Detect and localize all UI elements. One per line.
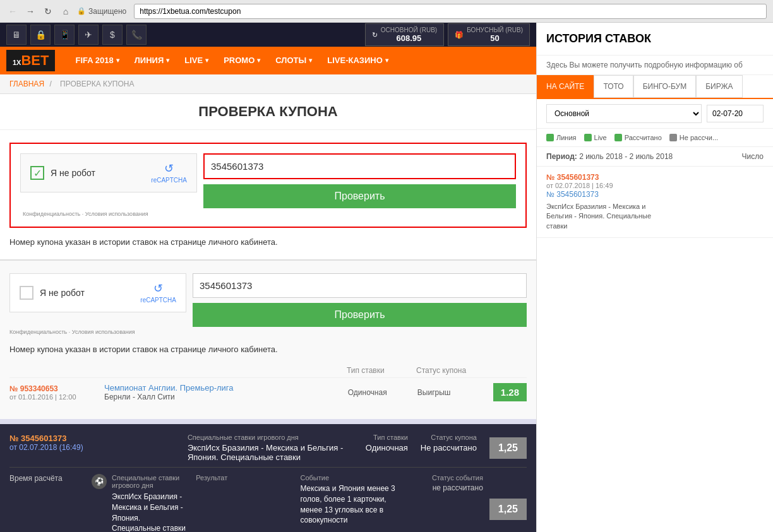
phone-icon-btn[interactable]: 📞: [126, 25, 147, 45]
balance-button[interactable]: ↻ ОСНОВНОЙ (RUB) 608.95: [365, 23, 444, 46]
bet-detail-header: № 3545601373 от 02.07.2018 (16:49) Специ…: [9, 434, 527, 468]
sidebar-bet-item[interactable]: № 3545601373 от 02.07.2018 | 16:49 № 354…: [537, 167, 773, 238]
mobile-icon-btn[interactable]: 📱: [54, 25, 75, 45]
coupon-section-bottom: Я не робот ↺ reCAPTCHA Проверить Конфиде…: [0, 261, 536, 419]
balance-label: ОСНОВНОЙ (RUB): [381, 27, 437, 33]
nav-fifa-arrow: ▾: [116, 47, 119, 74]
bet-status-col: Статус купона Не рассчитано: [421, 434, 477, 462]
lock-icon-btn[interactable]: 🔒: [30, 25, 51, 45]
bet-type: Одиночная: [366, 443, 408, 452]
tab-na-sayte[interactable]: НА САЙТЕ: [537, 75, 594, 98]
sidebar-bet-event-desc: ЭкспИсх Бразилия - Мексика иБельгия - Яп…: [546, 202, 764, 231]
bet-event-title: Специальные ставки игрового дня: [112, 474, 189, 489]
nav-live[interactable]: LIVE ▾: [177, 47, 216, 74]
bet-event-status-col: Статус события не рассчитано: [405, 474, 483, 492]
result-status: Выигрыш: [417, 388, 487, 397]
sport-icon: ⚽: [92, 474, 107, 489]
calc-label: Время расчёта: [9, 474, 85, 483]
form-row-top: ✓ Я не робот ↺ reCAPTCHA Проверить: [20, 153, 516, 208]
nav-fifa[interactable]: FIFA 2018 ▾: [68, 47, 126, 74]
sidebar-bet-id: № 3545601373: [546, 173, 613, 182]
sidebar-desc: Здесь Вы можете получить подробную инфор…: [537, 56, 773, 75]
verify-btn-bottom[interactable]: Проверить: [193, 303, 527, 327]
bet-event-status-value: не рассчитано: [405, 483, 483, 492]
dollar-icon-btn[interactable]: $: [102, 25, 123, 45]
back-button[interactable]: ←: [6, 5, 19, 18]
nav-sloty[interactable]: СЛОТЫ ▾: [268, 47, 320, 74]
captcha-checkbox-top[interactable]: ✓: [30, 166, 44, 180]
captcha-label-bottom: Я не робот: [40, 288, 134, 298]
col-header-status: Статус купона: [416, 366, 486, 375]
nav-liniya-arrow: ▾: [166, 47, 169, 74]
balance-amount: 608.95: [381, 33, 437, 43]
coupon-section-top: ✓ Я не робот ↺ reCAPTCHA Проверить Конфи…: [0, 130, 536, 261]
bet-outcome-col: Событие Мексика и Япония менее 3 голов, …: [300, 474, 398, 526]
nav-sloty-arrow: ▾: [309, 47, 312, 74]
breadcrumb-current: ПРОВЕРКА КУПОНА: [60, 80, 134, 88]
logo: 1XBET: [6, 50, 55, 71]
nav-live-casino[interactable]: LIVE-КАЗИНО ▾: [320, 47, 396, 74]
bet-detail-row: Время расчёта ⚽ Специальные ставки игров…: [9, 474, 527, 532]
legend-dot-not-calculated: [669, 134, 677, 141]
verify-btn-top[interactable]: Проверить: [203, 184, 516, 208]
bet-date: от 02.07.2018 (16:49): [9, 443, 175, 452]
tab-birzha[interactable]: БИРЖА: [696, 75, 742, 98]
nav-bar: 1XBET FIFA 2018 ▾ ЛИНИЯ ▾ LIVE ▾ PROMO ▾…: [0, 47, 536, 74]
divider: [0, 419, 536, 424]
bet-odds-2: 1,25: [489, 499, 527, 520]
header-top: 🖥 🔒 📱 ✈ $ 📞 ↻ ОСНОВНОЙ (RUB) 608.95 🎁 БО…: [0, 23, 536, 47]
coupon-input-bottom[interactable]: [193, 273, 527, 298]
result-odds: 1.28: [493, 383, 527, 401]
period-label: Период: 2 июль 2018 - 2 июль 2018: [546, 152, 673, 161]
refresh-button[interactable]: ↻: [42, 5, 54, 18]
coupon-note-top: Номер купона указан в истории ставок на …: [9, 237, 527, 247]
main-content: 🖥 🔒 📱 ✈ $ 📞 ↻ ОСНОВНОЙ (RUB) 608.95 🎁 БО…: [0, 23, 773, 532]
bonus-button[interactable]: 🎁 БОНУСНЫЙ (RUB) 50: [448, 23, 530, 46]
input-group-bottom: Проверить: [193, 273, 527, 327]
form-row-bottom: Я не робот ↺ reCAPTCHA Проверить: [9, 273, 527, 327]
period-row: Период: 2 июль 2018 - 2 июль 2018 Число: [537, 147, 773, 167]
legend-dot-live: [584, 134, 592, 141]
bet-event-status-label: Статус события: [405, 474, 483, 482]
bet-status-header: Статус купона: [421, 434, 477, 441]
bet-match: ЭкспИсх Бразилия - Мексика и Бельгия - Я…: [188, 443, 353, 462]
bet-outcome-label: Событие: [300, 474, 398, 482]
bet-status: Не рассчитано: [421, 443, 477, 452]
forward-button[interactable]: →: [24, 5, 37, 18]
breadcrumb: ГЛАВНАЯ / ПРОВЕРКА КУПОНА: [0, 74, 536, 94]
bet-id: № 3545601373: [9, 434, 175, 443]
bet-outcome-text: Мексика и Япония менее 3 голов, более 1 …: [300, 483, 398, 526]
results-section: Тип ставки Статус купона № 953340653 от …: [9, 364, 527, 406]
tab-toto[interactable]: ТОТО: [594, 75, 633, 98]
input-group-top: Проверить: [203, 153, 516, 208]
url-bar[interactable]: [134, 4, 767, 19]
right-sidebar: ИСТОРИЯ СТАВОК Здесь Вы можете получить …: [536, 23, 773, 532]
result-header-row: Тип ставки Статус купона: [9, 364, 527, 378]
bet-event-col: Специальные ставки игрового дня ЭкспИсх …: [112, 474, 189, 532]
captcha-checkbox-bottom[interactable]: [20, 286, 33, 300]
monitor-icon-btn[interactable]: 🖥: [6, 25, 27, 45]
home-button[interactable]: ⌂: [59, 5, 72, 18]
bonus-label: БОНУСНЫЙ (RUB): [467, 27, 523, 33]
page-title: ПРОВЕРКА КУПОНА: [0, 94, 536, 130]
captcha-box-top: ✓ Я не робот ↺ reCAPTCHA: [20, 153, 197, 192]
nav-promo[interactable]: PROMO ▾: [216, 47, 268, 74]
result-date: от 01.01.2016 | 12:00: [9, 393, 98, 401]
nav-live-arrow: ▾: [205, 47, 208, 74]
account-select[interactable]: Основной: [546, 104, 702, 123]
sidebar-bet-desc: № 3545601373 ЭкспИсх Бразилия - Мексика …: [546, 189, 764, 231]
result-league: Чемпионат Англии. Премьер-лига: [104, 383, 342, 393]
coupon-input-top[interactable]: [203, 153, 516, 179]
telegram-icon-btn[interactable]: ✈: [78, 25, 99, 45]
nav-liniya[interactable]: ЛИНИЯ ▾: [127, 47, 177, 74]
result-match: Бернли - Халл Сити: [104, 393, 342, 401]
breadcrumb-home[interactable]: ГЛАВНАЯ: [9, 80, 44, 88]
tab-bingo-bum[interactable]: БИНГО-БУМ: [633, 75, 697, 98]
count-label: Число: [741, 152, 764, 161]
bet-event-name: ЭкспИсх Бразилия - Мексика и Бельгия - Я…: [112, 492, 189, 532]
bet-type-col: Тип ставки Одиночная: [366, 434, 408, 462]
date-input[interactable]: [707, 105, 764, 122]
browser-bar: ← → ↻ ⌂ 🔒 Защищено: [0, 0, 773, 23]
bet-event-wrapper: ⚽ Специальные ставки игрового дня ЭкспИс…: [92, 474, 189, 532]
sidebar-filter: Основной: [537, 99, 773, 129]
